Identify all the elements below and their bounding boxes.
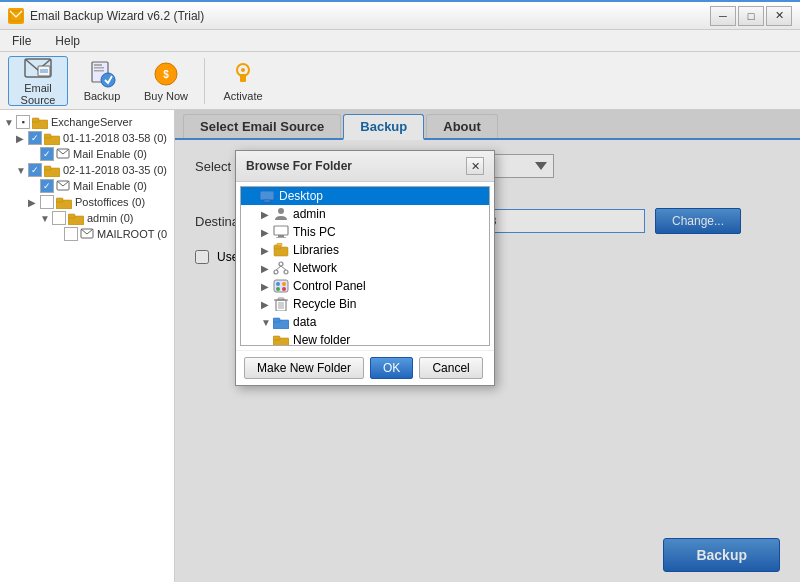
tree-label-postoffices: Postoffices (0)	[75, 196, 145, 208]
buy-now-label: Buy Now	[144, 90, 188, 102]
activate-label: Activate	[223, 90, 262, 102]
folder-item-controlpanel[interactable]: ▶ Control Panel	[241, 277, 489, 295]
desktop-icon	[259, 189, 275, 203]
tree-check-mail2[interactable]: ✓	[40, 179, 54, 193]
tree-label-date1: 01-11-2018 03-58 (0)	[63, 132, 167, 144]
svg-rect-43	[274, 280, 288, 292]
window-controls: ─ □ ✕	[710, 6, 792, 26]
svg-rect-29	[264, 200, 270, 202]
svg-point-44	[276, 282, 280, 286]
tree-check-mail1[interactable]: ✓	[40, 147, 54, 161]
toolbar-buy-now[interactable]: $ Buy Now	[136, 56, 196, 106]
ok-button[interactable]: OK	[370, 357, 413, 379]
svg-rect-34	[276, 237, 286, 238]
buy-now-icon: $	[152, 60, 180, 88]
svg-rect-18	[44, 134, 51, 138]
app-title: Email Backup Wizard v6.2 (Trial)	[30, 9, 204, 23]
folder-name-recyclebin: Recycle Bin	[293, 297, 356, 311]
toolbar-backup[interactable]: Backup	[72, 56, 132, 106]
tree-check-mailroot[interactable]	[64, 227, 78, 241]
tree-check-date1[interactable]: ✓	[28, 131, 42, 145]
folder-list[interactable]: Desktop ▶ admin	[240, 186, 490, 346]
svg-rect-50	[278, 298, 284, 300]
svg-rect-33	[278, 235, 284, 237]
folder-icon-date2	[44, 164, 60, 177]
tree-item-postoffices[interactable]: ▶ Postoffices (0)	[24, 194, 174, 210]
tree-check-admin[interactable]	[52, 211, 66, 225]
tree-item-mail1[interactable]: ✓ Mail Enable (0)	[24, 146, 174, 162]
dialog-body: Desktop ▶ admin	[236, 182, 494, 350]
svg-point-31	[278, 208, 284, 214]
folder-arrow-libraries: ▶	[261, 245, 273, 256]
folder-name-thispc: This PC	[293, 225, 336, 239]
dialog-close-button[interactable]: ✕	[466, 157, 484, 175]
folder-item-desktop[interactable]: Desktop	[241, 187, 489, 205]
network-icon	[273, 261, 289, 275]
svg-rect-21	[44, 166, 51, 170]
toolbar-separator	[204, 58, 205, 104]
folder-item-newfolder[interactable]: New folder	[241, 331, 489, 346]
control-panel-icon	[273, 279, 289, 293]
svg-line-41	[276, 266, 281, 270]
svg-rect-24	[56, 198, 63, 202]
dialog-title-bar: Browse For Folder ✕	[236, 151, 494, 182]
tree-arrow-date2: ▼	[16, 165, 28, 176]
tree-item-date1[interactable]: ▶ ✓ 01-11-2018 03-58 (0)	[12, 130, 174, 146]
folder-arrow-data: ▼	[261, 317, 273, 328]
svg-point-46	[276, 287, 280, 291]
toolbar-email-source[interactable]: Email Source	[8, 56, 68, 106]
menu-file[interactable]: File	[4, 32, 39, 50]
tree-item-exchange[interactable]: ▼ ▪ ExchangeServer	[0, 114, 174, 130]
svg-text:$: $	[163, 69, 169, 80]
svg-rect-16	[32, 118, 39, 122]
tree-label-date2: 02-11-2018 03-35 (0)	[63, 164, 167, 176]
email-source-icon	[24, 56, 52, 80]
tree-label-admin: admin (0)	[87, 212, 133, 224]
folder-arrow-admin: ▶	[261, 209, 273, 220]
backup-icon	[88, 60, 116, 88]
folder-icon-postoffices	[56, 196, 72, 209]
minimize-button[interactable]: ─	[710, 6, 736, 26]
folder-item-recyclebin[interactable]: ▶ Recycle Bin	[241, 295, 489, 313]
folder-item-thispc[interactable]: ▶ This PC	[241, 223, 489, 241]
menu-help[interactable]: Help	[47, 32, 88, 50]
folder-item-admin[interactable]: ▶ admin	[241, 205, 489, 223]
svg-rect-30	[262, 202, 272, 203]
svg-rect-2	[38, 66, 50, 76]
folder-name-libraries: Libraries	[293, 243, 339, 257]
sidebar: ▼ ▪ ExchangeServer ▶ ✓ 01-11-2018 03-58 …	[0, 110, 175, 582]
tree-check-date2[interactable]: ✓	[28, 163, 42, 177]
svg-rect-13	[240, 74, 246, 82]
tree-label-mail2: Mail Enable (0)	[73, 180, 147, 192]
svg-point-40	[284, 270, 288, 274]
tree-item-admin[interactable]: ▼ admin (0)	[36, 210, 174, 226]
svg-rect-57	[273, 336, 280, 340]
email-source-label: Email Source	[9, 82, 67, 106]
tree-check-postoffices[interactable]	[40, 195, 54, 209]
tree-check-exchange[interactable]: ▪	[16, 115, 30, 129]
user-icon	[273, 207, 289, 221]
tree-item-mailroot[interactable]: MAILROOT (0	[48, 226, 174, 242]
svg-rect-32	[274, 226, 288, 235]
toolbar-activate[interactable]: Activate	[213, 56, 273, 106]
tree-label-exchange: ExchangeServer	[51, 116, 132, 128]
libraries-icon	[273, 243, 289, 257]
folder-item-data[interactable]: ▼ data	[241, 313, 489, 331]
folder-item-libraries[interactable]: ▶ Libraries	[241, 241, 489, 259]
tree-item-date2[interactable]: ▼ ✓ 02-11-2018 03-35 (0)	[12, 162, 174, 178]
folder-name-controlpanel: Control Panel	[293, 279, 366, 293]
svg-rect-37	[277, 243, 282, 246]
cancel-button[interactable]: Cancel	[419, 357, 482, 379]
dialog-title: Browse For Folder	[246, 159, 352, 173]
folder-item-network[interactable]: ▶ Network	[241, 259, 489, 277]
close-button[interactable]: ✕	[766, 6, 792, 26]
svg-point-39	[274, 270, 278, 274]
svg-point-9	[101, 73, 115, 87]
tree-arrow-date1: ▶	[16, 133, 28, 144]
make-new-folder-button[interactable]: Make New Folder	[244, 357, 364, 379]
backup-label: Backup	[84, 90, 121, 102]
tree-item-mail2[interactable]: ✓ Mail Enable (0)	[24, 178, 174, 194]
folder-icon-date1	[44, 132, 60, 145]
maximize-button[interactable]: □	[738, 6, 764, 26]
svg-line-42	[281, 266, 286, 270]
